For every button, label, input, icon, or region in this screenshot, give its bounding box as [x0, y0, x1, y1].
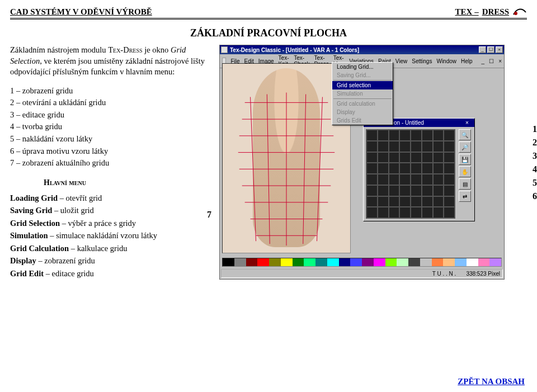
dropdown-separator [333, 80, 392, 81]
close-button[interactable]: × [496, 46, 503, 53]
menu-desc-row: Saving Grid – uložit grid [10, 205, 211, 216]
palette-swatch[interactable] [385, 258, 397, 266]
connect-icon[interactable]: ⇄ [459, 191, 471, 202]
list-item: 1 – zobrazení gridu [10, 86, 211, 97]
menu-term: Grid Selection [10, 219, 60, 228]
back-to-contents-link[interactable]: ZPĚT NA OBSAH [458, 377, 525, 386]
callout-6: 6 [533, 191, 537, 201]
palette-swatch[interactable] [374, 258, 385, 266]
list-item: 2 – otevírání a ukládání gridu [10, 97, 211, 108]
panel-close-button[interactable]: × [465, 120, 472, 126]
palette-swatch[interactable] [362, 258, 374, 266]
status-left: T U . . N . [432, 271, 456, 277]
list-item: 5 – nakládání vzoru látky [10, 134, 211, 145]
intro-text-2: je okno [143, 45, 171, 54]
color-palette[interactable] [222, 258, 502, 267]
header-right-prefix: TEX – [455, 7, 479, 17]
logo-icon [512, 7, 527, 17]
intro-paragraph: Základním nástrojem modulu Tex-Dress je … [10, 45, 211, 78]
palette-swatch[interactable] [489, 258, 501, 266]
menu-term: Grid Calculation [10, 244, 69, 253]
svg-point-0 [514, 12, 517, 15]
palette-swatch[interactable] [304, 258, 315, 266]
list-item: 6 – úprava motivu vzoru látky [10, 146, 211, 157]
palette-swatch[interactable] [234, 258, 246, 266]
header-left: CAD SYSTÉMY V ODĚVNÍ VÝROBĚ [10, 7, 152, 17]
magnify-icon[interactable]: 🔍 [459, 129, 471, 140]
texdress-dropdown: Loading Grid... Saving Grid... Grid sele… [332, 62, 393, 125]
header-right-main: DRESS [482, 7, 509, 17]
menu-def: – simulace nakládání vzoru látky [48, 231, 157, 240]
callout-3: 3 [533, 151, 537, 161]
hand-icon[interactable]: ✋ [459, 166, 471, 177]
menu-view[interactable]: View [395, 58, 408, 64]
save-icon[interactable]: 💾 [459, 154, 471, 165]
palette-swatch[interactable] [432, 258, 444, 266]
palette-swatch[interactable] [397, 258, 408, 266]
minimize-button[interactable]: _ [479, 46, 486, 53]
status-right: 338:523 Pixel [466, 271, 500, 277]
mdi-minimize-button[interactable]: _ [482, 58, 485, 64]
menu-help[interactable]: Help [461, 58, 473, 64]
dropdown-item-simulation[interactable]: Simulation [332, 89, 393, 98]
palette-swatch[interactable] [327, 258, 339, 266]
intro-text-3: , ve kterém jsou umístěny základní nástr… [10, 56, 205, 77]
palette-swatch[interactable] [408, 258, 420, 266]
palette-swatch[interactable] [281, 258, 293, 266]
palette-swatch[interactable] [455, 258, 467, 266]
menu-def: – otevřít grid [58, 193, 102, 202]
callout-5: 5 [533, 178, 537, 188]
dropdown-item-saving[interactable]: Saving Grid... [332, 71, 393, 79]
palette-swatch[interactable] [443, 258, 455, 266]
list-item: 3 – editace gridu [10, 110, 211, 121]
palette-swatch[interactable] [339, 258, 351, 266]
dropdown-item-display[interactable]: Display [332, 108, 393, 116]
palette-swatch[interactable] [257, 258, 269, 266]
menu-term: Saving Grid [10, 206, 52, 215]
palette-swatch[interactable] [269, 258, 281, 266]
numbered-list: 1 – zobrazení gridu 2 – otevírání a uklá… [10, 86, 211, 169]
callout-1: 1 [533, 124, 537, 134]
callout-7: 7 [207, 210, 211, 220]
palette-swatch[interactable] [293, 258, 304, 266]
menu-desc-row: Loading Grid – otevřít grid [10, 193, 211, 204]
page-title: ZÁKLADNÍ PRACOVNÍ PLOCHA [10, 27, 527, 39]
dropdown-item-gridselection[interactable]: Grid selection [332, 81, 393, 89]
mdi-close-button[interactable]: × [498, 58, 502, 64]
app-window: Tex-Design Classic - [Untitled - VAR A -… [219, 45, 505, 280]
layers-icon[interactable]: ▤ [459, 178, 471, 190]
palette-swatch[interactable] [467, 258, 478, 266]
mdi-maximize-button[interactable]: ☐ [489, 58, 494, 64]
palette-swatch[interactable] [246, 258, 258, 266]
dropdown-item-gridsedit[interactable]: Grids Edit [332, 116, 393, 125]
menu-def: – výběr a práce s gridy [60, 219, 136, 228]
palette-swatch[interactable] [420, 258, 432, 266]
menu-term: Grid Edit [10, 269, 44, 278]
grid-panel-tools: 🔍 🔎 💾 ✋ ▤ ⇄ [458, 127, 473, 221]
menu-def: – uložit grid [52, 206, 94, 215]
app-icon [221, 46, 228, 53]
menu-term: Loading Grid [10, 193, 58, 202]
menu-settings[interactable]: Settings [412, 58, 432, 64]
intro-text-1: Základním nástrojem modulu [10, 45, 108, 54]
palette-swatch[interactable] [478, 258, 490, 266]
palette-swatch[interactable] [223, 258, 234, 266]
menu-term: Simulation [10, 231, 48, 240]
palette-swatch[interactable] [315, 258, 327, 266]
menu-def: – editace gridu [44, 269, 94, 278]
menu-window[interactable]: Window [436, 58, 456, 64]
menu-def: – kalkulace gridu [69, 244, 127, 253]
page-header: CAD SYSTÉMY V ODĚVNÍ VÝROBĚ TEX – DRESS [10, 7, 527, 20]
header-right: TEX – DRESS [455, 7, 527, 17]
screenshot-container: Tex-Design Classic - [Untitled - VAR A -… [219, 45, 527, 281]
submenu-heading: Hlavní menu [44, 178, 211, 188]
dropdown-item-gridcalc[interactable]: Grid calculation [332, 100, 393, 108]
grid-thumbnails[interactable] [366, 129, 455, 219]
maximize-button[interactable]: ☐ [487, 46, 494, 53]
list-item: 4 – tvorba gridu [10, 121, 211, 133]
palette-swatch[interactable] [350, 258, 362, 266]
callout-2: 2 [533, 138, 537, 148]
dropdown-item-loading[interactable]: Loading Grid... [332, 63, 393, 71]
menu-def: – zobrazení gridu [36, 256, 95, 265]
search-icon[interactable]: 🔎 [459, 141, 471, 153]
